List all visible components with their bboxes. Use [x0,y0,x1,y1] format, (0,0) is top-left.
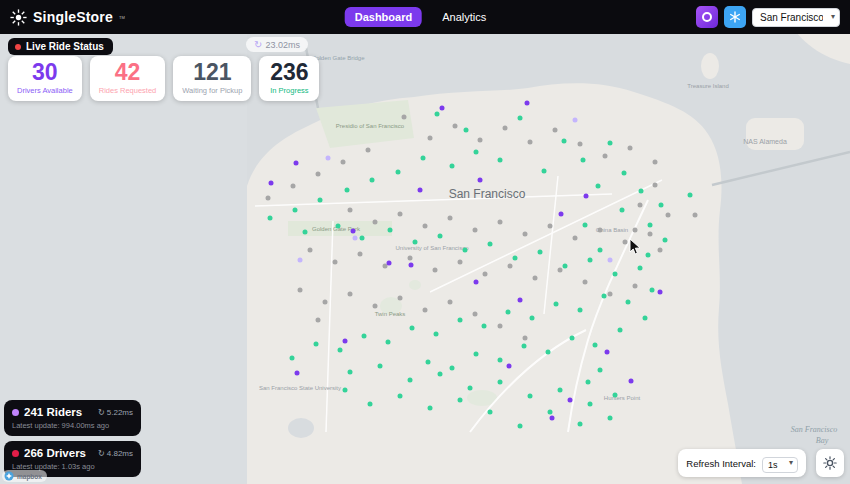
map-dot[interactable] [308,248,313,253]
map-dot[interactable] [507,364,512,369]
map-dot[interactable] [463,248,468,253]
map-dot[interactable] [483,272,488,277]
map-dot[interactable] [693,213,698,218]
map-dot[interactable] [558,388,563,393]
map-dot[interactable] [343,339,348,344]
map-dot[interactable] [336,224,341,229]
map-dot[interactable] [568,398,573,403]
map-dot[interactable] [458,318,463,323]
map-dot[interactable] [613,393,618,398]
map-dot[interactable] [581,158,586,163]
map-dot[interactable] [333,260,338,265]
map-dot[interactable] [653,183,658,188]
map-dot[interactable] [629,379,634,384]
map-dot[interactable] [553,128,558,133]
map-dot[interactable] [523,336,528,341]
map-dot[interactable] [348,292,353,297]
map-dot[interactable] [294,161,299,166]
map-dot[interactable] [623,240,628,245]
map-dot[interactable] [341,160,346,165]
map-dot[interactable] [318,198,323,203]
map-dot[interactable] [450,164,455,169]
map-dot[interactable] [378,364,383,369]
map-dot[interactable] [570,336,575,341]
map-dot[interactable] [450,366,455,371]
map-dot[interactable] [428,136,433,141]
map-dot[interactable] [345,188,350,193]
map-dot[interactable] [448,216,453,221]
map-dot[interactable] [533,276,538,281]
map-dot[interactable] [434,332,439,337]
map-dot[interactable] [622,171,627,176]
map-dot[interactable] [650,288,655,293]
map-dot[interactable] [373,220,378,225]
map-dot[interactable] [326,156,331,161]
map-dot[interactable] [573,236,578,241]
map-dot[interactable] [402,115,407,120]
map-dot[interactable] [370,178,375,183]
map-dot[interactable] [518,298,523,303]
map-dot[interactable] [474,352,479,357]
map-dot[interactable] [291,184,296,189]
map-dot[interactable] [426,360,431,365]
map-dot[interactable] [558,268,563,273]
map-dot[interactable] [523,232,528,237]
map-dot[interactable] [648,232,653,237]
map-dot[interactable] [550,416,555,421]
map-dot[interactable] [488,410,493,415]
map-dot[interactable] [360,236,365,241]
map-dot[interactable] [421,156,426,161]
map-dot[interactable] [498,220,503,225]
map-dot[interactable] [613,272,618,277]
map-dot[interactable] [474,280,479,285]
map-dot[interactable] [538,250,543,255]
map-dot[interactable] [605,350,610,355]
map-dot[interactable] [554,302,559,307]
map-dot[interactable] [338,348,343,353]
map-dot[interactable] [498,358,503,363]
map-dot[interactable] [373,304,378,309]
map-dot[interactable] [438,234,443,239]
map-dot[interactable] [663,238,668,243]
map-dot[interactable] [440,106,445,111]
map-dot[interactable] [573,118,578,123]
map-attribution[interactable]: mapbox [2,470,47,482]
map-dot[interactable] [608,292,613,297]
map-dot[interactable] [473,312,478,317]
map-dot[interactable] [448,300,453,305]
snowflake-icon-button[interactable] [724,6,746,28]
map-dot[interactable] [508,264,513,269]
map-dot[interactable] [513,256,518,261]
map-dot[interactable] [266,196,271,201]
map-dot[interactable] [409,263,414,268]
map-dot[interactable] [646,253,651,258]
map-dot[interactable] [388,228,393,233]
map-dot[interactable] [438,372,443,377]
map-dot[interactable] [473,228,478,233]
map-dot[interactable] [323,300,328,305]
map-dot[interactable] [428,406,433,411]
map-dot[interactable] [578,422,583,427]
map-dot[interactable] [387,261,392,266]
map-dot[interactable] [584,194,589,199]
map-dot[interactable] [458,398,463,403]
map-dot[interactable] [362,334,367,339]
map-dot[interactable] [498,324,503,329]
map-dot[interactable] [518,116,523,121]
map-dot[interactable] [498,158,503,163]
map-dot[interactable] [290,356,295,361]
map-dot[interactable] [530,316,535,321]
map-dot[interactable] [598,248,603,253]
map-dot[interactable] [658,248,663,253]
map-dot[interactable] [596,184,601,189]
map-dot[interactable] [659,203,664,208]
map-dot[interactable] [408,378,413,383]
map-dot[interactable] [583,223,588,228]
map-dot[interactable] [358,252,363,257]
map-dot[interactable] [316,318,321,323]
map-dot[interactable] [588,402,593,407]
map-dot[interactable] [628,146,633,151]
map-dot[interactable] [618,328,623,333]
map-dot[interactable] [366,148,371,153]
map-dot[interactable] [593,343,598,348]
